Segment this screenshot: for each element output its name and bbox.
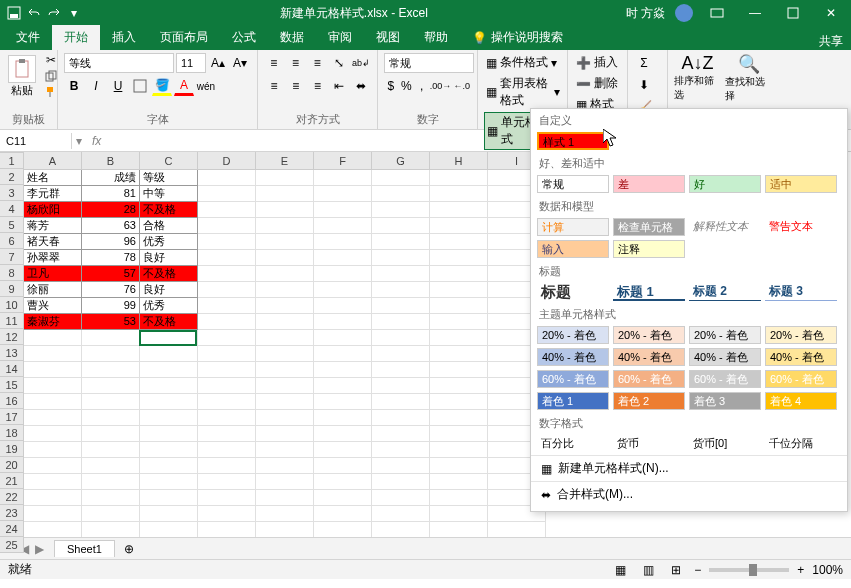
sort-filter-button[interactable]: A↓Z 排序和筛选 — [674, 53, 721, 103]
cell[interactable] — [430, 202, 488, 218]
style-accent2[interactable]: 着色 2 — [613, 392, 685, 410]
row-header[interactable]: 13 — [0, 345, 24, 361]
cell[interactable] — [24, 458, 82, 474]
cell[interactable]: 优秀 — [140, 298, 198, 314]
paste-button[interactable]: 粘贴 — [6, 53, 38, 100]
cell[interactable] — [24, 426, 82, 442]
cell[interactable]: 李元群 — [24, 186, 82, 202]
cell[interactable] — [256, 330, 314, 346]
cell[interactable] — [256, 410, 314, 426]
decrease-font-icon[interactable]: A▾ — [230, 53, 250, 73]
cell[interactable]: 优秀 — [140, 234, 198, 250]
cell[interactable] — [372, 282, 430, 298]
cell[interactable] — [256, 218, 314, 234]
cell[interactable] — [430, 458, 488, 474]
underline-icon[interactable]: U — [108, 76, 128, 96]
cell[interactable] — [372, 186, 430, 202]
cell[interactable] — [140, 362, 198, 378]
cell[interactable] — [24, 346, 82, 362]
cell[interactable] — [372, 298, 430, 314]
style-accent4-20[interactable]: 20% - 着色 4 — [765, 326, 837, 344]
cell[interactable] — [430, 362, 488, 378]
style-explanatory[interactable]: 解释性文本 — [689, 218, 761, 236]
cell[interactable]: 76 — [82, 282, 140, 298]
cell[interactable] — [198, 442, 256, 458]
row-header[interactable]: 1 — [0, 153, 24, 169]
format-as-table-button[interactable]: ▦套用表格格式▾ — [484, 74, 562, 110]
style-heading2[interactable]: 标题 2 — [689, 283, 761, 301]
cell[interactable] — [372, 234, 430, 250]
cell[interactable]: 徐丽 — [24, 282, 82, 298]
border-icon[interactable] — [130, 76, 150, 96]
cell[interactable] — [198, 298, 256, 314]
undo-icon[interactable] — [26, 5, 42, 21]
col-header[interactable]: F — [314, 152, 372, 170]
cell[interactable] — [256, 298, 314, 314]
cell[interactable] — [198, 490, 256, 506]
cell[interactable] — [198, 186, 256, 202]
cell[interactable] — [430, 410, 488, 426]
page-break-view-icon[interactable]: ⊞ — [666, 560, 686, 580]
cell[interactable]: 良好 — [140, 282, 198, 298]
cell[interactable] — [372, 458, 430, 474]
tab-home[interactable]: 开始 — [52, 25, 100, 50]
row-header[interactable]: 20 — [0, 457, 24, 473]
cell[interactable] — [372, 170, 430, 186]
cell[interactable] — [372, 490, 430, 506]
font-name-select[interactable] — [64, 53, 174, 73]
cell[interactable] — [314, 378, 372, 394]
cell[interactable] — [198, 282, 256, 298]
style-accent4-60[interactable]: 60% - 着色 4 — [765, 370, 837, 388]
style-accent2-20[interactable]: 20% - 着色 2 — [613, 326, 685, 344]
name-box[interactable]: C11 — [0, 133, 72, 149]
qat-customize-icon[interactable]: ▾ — [66, 5, 82, 21]
tab-view[interactable]: 视图 — [364, 25, 412, 50]
cell[interactable] — [372, 522, 430, 537]
orientation-icon[interactable]: ⤡ — [329, 53, 349, 73]
fill-color-icon[interactable]: 🪣 — [152, 76, 172, 96]
cell[interactable]: 53 — [82, 314, 140, 330]
row-header[interactable]: 10 — [0, 297, 24, 313]
cell[interactable]: 褚天春 — [24, 234, 82, 250]
cell[interactable] — [256, 186, 314, 202]
close-icon[interactable]: ✕ — [817, 0, 845, 26]
autosum-icon[interactable]: Σ — [634, 53, 654, 73]
cell[interactable] — [24, 378, 82, 394]
cell[interactable] — [82, 522, 140, 537]
number-format-select[interactable] — [384, 53, 474, 73]
cell[interactable] — [140, 506, 198, 522]
cell[interactable] — [140, 410, 198, 426]
style-accent1-20[interactable]: 20% - 着色 1 — [537, 326, 609, 344]
percent-icon[interactable]: % — [400, 76, 414, 96]
cell[interactable] — [140, 458, 198, 474]
font-size-select[interactable] — [176, 53, 206, 73]
cell[interactable] — [82, 458, 140, 474]
style-currency[interactable]: 货币 — [613, 435, 685, 453]
align-middle-icon[interactable]: ≡ — [286, 53, 306, 73]
sheet-tab-1[interactable]: Sheet1 — [54, 540, 115, 557]
cell[interactable] — [24, 474, 82, 490]
cell[interactable] — [256, 234, 314, 250]
cell[interactable] — [372, 218, 430, 234]
style-check[interactable]: 检查单元格 — [613, 218, 685, 236]
cell[interactable] — [372, 346, 430, 362]
cell[interactable] — [372, 250, 430, 266]
cell[interactable] — [256, 378, 314, 394]
cell[interactable] — [24, 362, 82, 378]
row-header[interactable]: 8 — [0, 265, 24, 281]
cell[interactable] — [198, 522, 256, 537]
fx-icon[interactable]: fx — [86, 134, 107, 148]
style-good[interactable]: 好 — [689, 175, 761, 193]
style-custom-1[interactable]: 样式 1 — [537, 132, 609, 150]
cell[interactable] — [314, 314, 372, 330]
cell[interactable] — [314, 266, 372, 282]
cell[interactable] — [372, 410, 430, 426]
save-icon[interactable] — [6, 5, 22, 21]
cell[interactable] — [430, 474, 488, 490]
cell[interactable] — [372, 394, 430, 410]
cell[interactable] — [430, 266, 488, 282]
increase-decimal-icon[interactable]: .00→ — [431, 76, 451, 96]
row-header[interactable]: 4 — [0, 201, 24, 217]
zoom-in-icon[interactable]: + — [797, 563, 804, 577]
cell[interactable] — [198, 458, 256, 474]
